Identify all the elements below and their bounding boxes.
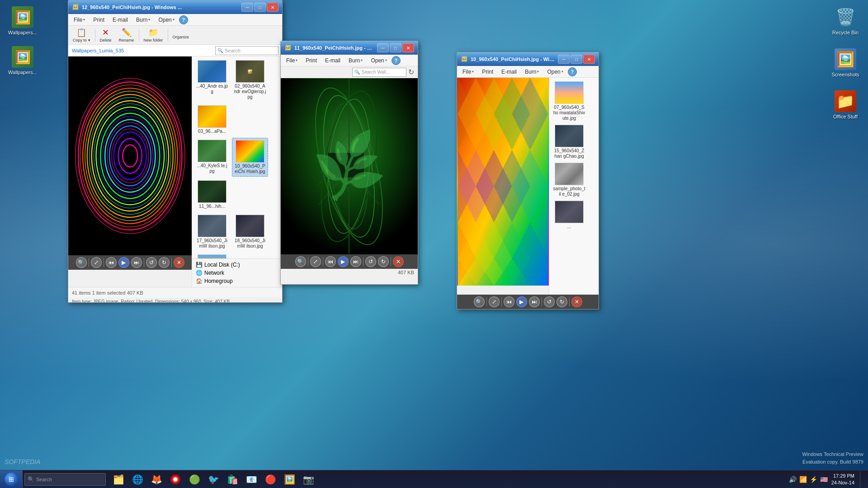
win1-titlebar[interactable]: 🖼️ 12_960x540_PeiChiHsieh.jpg - Windows … — [68, 0, 282, 14]
win2-search[interactable]: 🔍 Search Wall... — [352, 68, 406, 77]
taskbar-item-app2[interactable]: 🔴 — [261, 471, 279, 488]
win2-close[interactable]: ✕ — [402, 43, 414, 52]
desktop-icon-wallpapers2[interactable]: 🖼️ Wallpapers... — [5, 44, 41, 77]
win2-menu-print[interactable]: Print — [302, 56, 321, 65]
win1-menu-email[interactable]: E-mail — [109, 16, 132, 24]
show-desktop-btn[interactable] — [860, 471, 863, 488]
win2-zoom-btn[interactable]: 🔍 — [295, 256, 306, 267]
win2-menu-email[interactable]: E-mail — [321, 56, 344, 65]
taskbar-search[interactable]: 🔍 Search — [24, 473, 106, 486]
win1-rotate-ccw[interactable]: ↺ — [146, 257, 157, 268]
win2-slideshow[interactable]: ▶ — [338, 256, 349, 267]
win1-menu-open[interactable]: Open▾ — [155, 16, 178, 24]
taskbar-item-firefox[interactable]: 🦊 — [147, 471, 165, 488]
win3-menu-open[interactable]: Open▾ — [543, 68, 566, 76]
win2-actual-size[interactable]: ⤢ — [310, 256, 321, 267]
win1-toolbar-copy[interactable]: 📋 Copy to ▾ — [70, 27, 93, 43]
win1-help[interactable]: ? — [179, 15, 188, 24]
taskbar-item-explorer[interactable]: 🗂️ — [109, 471, 127, 488]
win2-delete[interactable]: ✕ — [393, 256, 404, 267]
desktop-icon-office[interactable]: 📁 Office Stuff — [827, 89, 863, 122]
win3-prev[interactable]: ⏮ — [504, 296, 514, 307]
win3-menu-file[interactable]: File▾ — [459, 68, 477, 76]
win3-actual-size[interactable]: ⤢ — [489, 296, 500, 307]
win2-next[interactable]: ⏭ — [350, 256, 361, 267]
win2-menu-open[interactable]: Open▾ — [367, 56, 390, 65]
file-item-9[interactable]: 19_96..uerit... — [194, 253, 230, 258]
win2-help[interactable]: ? — [392, 56, 401, 65]
win1-maximize[interactable]: □ — [254, 3, 266, 12]
win2-minimize[interactable]: ─ — [377, 43, 389, 52]
tree-network[interactable]: 🌐 Network — [194, 269, 280, 277]
win1-next[interactable]: ⏭ — [131, 257, 142, 268]
win3-menu-burn[interactable]: Burn▾ — [521, 68, 542, 76]
win3-titlebar[interactable]: 🖼️ 10_960x540_PeiChiHsieh.jpg - Windows … — [457, 52, 599, 66]
start-button[interactable]: ⊞ — [0, 470, 23, 488]
win1-slideshow[interactable]: ▶ — [118, 257, 129, 268]
win1-delete[interactable]: ✕ — [174, 257, 184, 268]
taskbar-item-photos[interactable]: 🖼️ — [280, 471, 298, 488]
win2-titlebar[interactable]: 🖼️ 11_960x540_PeiChiHsieh.jpg - Windows … — [281, 41, 418, 55]
win1-toolbar-newfolder[interactable]: 📁 New folder — [141, 27, 166, 43]
win3-file-1[interactable]: 07_960x540_Sho mwatalaShivute.jpg — [551, 80, 587, 123]
win1-search[interactable]: 🔍 Search — [215, 46, 278, 55]
taskbar-item-camera[interactable]: 📷 — [299, 471, 317, 488]
win3-close[interactable]: ✕ — [583, 55, 595, 64]
taskbar-item-store[interactable]: 🛍️ — [223, 471, 241, 488]
win1-menu-file[interactable]: File▾ — [70, 16, 89, 24]
tree-homegroup[interactable]: 🏠 Homegroup — [194, 277, 280, 285]
win2-maximize[interactable]: □ — [390, 43, 401, 52]
tree-local-disk[interactable]: 💾 Local Disk (C:) — [194, 261, 280, 269]
win1-zoom-btn[interactable]: 🔍 — [76, 257, 87, 268]
win1-toolbar-organize[interactable]: Organize — [170, 30, 192, 40]
win3-menu-print[interactable]: Print — [478, 68, 497, 76]
win3-next[interactable]: ⏭ — [529, 296, 540, 307]
win3-help[interactable]: ? — [568, 67, 577, 76]
taskbar-item-app1[interactable]: 📧 — [242, 471, 260, 488]
win1-actual-size[interactable]: ⤢ — [91, 257, 102, 268]
file-item-7[interactable]: 17_960x540_JimW ilson.jpg — [194, 213, 230, 251]
win2-refresh[interactable]: ↻ — [408, 68, 414, 76]
file-item-3[interactable]: 03_96...aPa... — [194, 103, 230, 136]
win2-menu-file[interactable]: File▾ — [283, 56, 301, 65]
desktop-icon-screenshots[interactable]: 🖼️ Screenshots — [827, 47, 863, 80]
win2-menu-burn[interactable]: Burn▾ — [345, 56, 366, 65]
file-item-2[interactable]: 🏜️ 02_960x540_Andr ewOgterop.jpg — [232, 58, 268, 102]
win3-file-3[interactable]: sample_photo_til e_02.jpg — [551, 161, 587, 199]
win3-menu-email[interactable]: E-mail — [498, 68, 520, 76]
taskbar-item-opera[interactable] — [166, 471, 184, 488]
win1-spiral-image — [68, 56, 192, 255]
file-item-1[interactable]: ...40_Andr es.jpg — [194, 58, 230, 102]
win2-rotate-cw[interactable]: ↻ — [378, 256, 389, 267]
win3-minimize[interactable]: ─ — [558, 55, 570, 64]
win1-menu-burn[interactable]: Burn▾ — [132, 16, 154, 24]
win3-slideshow[interactable]: ▶ — [516, 296, 527, 307]
win1-close[interactable]: ✕ — [267, 3, 278, 12]
win1-toolbar: 📋 Copy to ▾ ✕ Delete ✏️ Rename 📁 New fol… — [68, 26, 282, 45]
win1-prev[interactable]: ⏮ — [106, 257, 117, 268]
win3-delete[interactable]: ✕ — [571, 296, 582, 307]
file-item-8[interactable]: 18_960x540_JimW ilson.jpg — [232, 213, 268, 251]
taskbar-item-twitter[interactable]: 🐦 — [204, 471, 222, 488]
win3-rotate-cw[interactable]: ↻ — [557, 296, 567, 307]
desktop-icon-recycle-bin[interactable]: 🗑️ Recycle Bin — [827, 5, 863, 38]
file-item-6[interactable]: 11_96...hih... — [194, 178, 230, 211]
win1-toolbar-rename[interactable]: ✏️ Rename — [116, 27, 137, 43]
win3-rotate-ccw[interactable]: ↺ — [544, 296, 555, 307]
thumb-5 — [236, 140, 264, 163]
file-item-4[interactable]: ...40_KyleS te.jpg — [194, 138, 230, 177]
win1-toolbar-delete[interactable]: ✕ Delete — [97, 27, 114, 43]
win1-menu-print[interactable]: Print — [90, 16, 108, 24]
desktop-icon-wallpapers1[interactable]: 🖼️ Wallpapers... — [5, 5, 41, 38]
win3-file-2[interactable]: 15_960x540_Zhan gChao.jpg — [551, 123, 587, 161]
win1-minimize[interactable]: ─ — [241, 3, 253, 12]
win3-file-4[interactable]: ... — [551, 199, 587, 231]
win2-rotate-ccw[interactable]: ↺ — [365, 256, 376, 267]
win1-rotate-cw[interactable]: ↻ — [159, 257, 170, 268]
file-item-5[interactable]: 10_960x540_PeiChi Hsieh.jpg — [232, 138, 268, 177]
win2-prev[interactable]: ⏮ — [325, 256, 336, 267]
win3-maximize[interactable]: □ — [571, 55, 582, 64]
taskbar-item-ie[interactable]: 🌐 — [128, 471, 146, 488]
win3-zoom-btn[interactable]: 🔍 — [474, 296, 485, 307]
taskbar-item-chrome[interactable]: 🟢 — [185, 471, 203, 488]
